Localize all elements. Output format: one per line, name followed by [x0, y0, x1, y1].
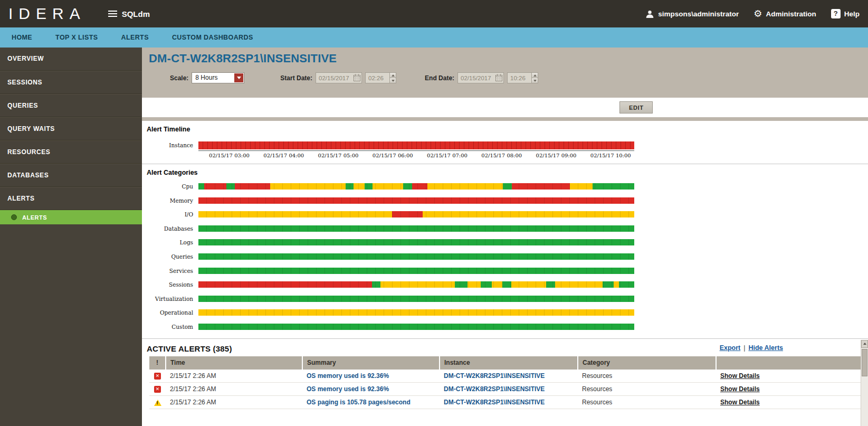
category-bar-databases[interactable] [198, 225, 634, 232]
export-link[interactable]: Export [720, 344, 741, 352]
bar-segment-red [198, 281, 372, 288]
category-row-custom: Custom [142, 320, 868, 334]
edit-button[interactable]: EDIT [619, 101, 653, 113]
scrollbar-up-icon[interactable] [861, 340, 868, 348]
alert-summary[interactable]: OS memory used is 92.36% [302, 383, 440, 396]
category-bar-cpu[interactable] [198, 183, 634, 190]
start-time-input[interactable] [365, 72, 389, 83]
category-bar-sessions[interactable] [198, 281, 634, 288]
show-details-link[interactable]: Show Details [720, 372, 760, 380]
alert-instance[interactable]: DM-CT-W2K8R2SP1\INSENSITIVE [440, 370, 578, 383]
category-row-virtualization: Virtualization [142, 292, 868, 306]
category-bar-virtualization[interactable] [198, 296, 634, 302]
instance-timeline-bar[interactable] [198, 141, 634, 149]
bar-segment-green [502, 281, 511, 288]
alert-summary[interactable]: OS memory used is 92.36% [302, 370, 440, 383]
time-controls: Scale: 8 Hours Start Date: [170, 72, 868, 83]
timeline-axis: 02/15/17 03:0002/15/17 04:0002/15/17 05:… [142, 153, 868, 159]
current-user[interactable]: simpsons\administrator [645, 10, 739, 18]
alert-summary[interactable]: OS paging is 105.78 pages/second [302, 396, 440, 409]
active-alerts-section: ACTIVE ALERTS (385) ExportHide Alerts !T… [142, 339, 868, 426]
hamburger-menu-icon[interactable] [108, 11, 117, 17]
help-icon [831, 9, 841, 18]
bar-segment-yellow [270, 183, 346, 190]
calendar-icon[interactable] [354, 74, 361, 82]
help-link[interactable]: Help [831, 9, 860, 18]
nav-item-custom-dashboards[interactable]: CUSTOM DASHBOARDS [160, 27, 265, 48]
bar-segment-yellow [380, 281, 454, 288]
column-header-instance[interactable]: Instance [440, 356, 578, 370]
bar-segment-green [226, 183, 235, 190]
category-bar-i-o[interactable] [198, 211, 634, 217]
show-details-link[interactable]: Show Details [720, 385, 760, 393]
end-time-input[interactable] [507, 72, 531, 83]
category-label: Logs [142, 239, 193, 245]
alert-bullet-icon [11, 214, 17, 220]
end-time-spinner [531, 72, 538, 83]
sidebar-item-alerts[interactable]: ALERTS [0, 187, 142, 210]
nav-item-home[interactable]: HOME [0, 27, 44, 48]
sidebar-item-queries[interactable]: QUERIES [0, 94, 142, 117]
sidebar-item-databases[interactable]: DATABASES [0, 164, 142, 187]
category-row-i-o: I/O [142, 207, 868, 222]
severity-cell [149, 383, 166, 396]
spinner-down-icon[interactable] [532, 78, 538, 83]
alert-instance[interactable]: DM-CT-W2K8R2SP1\INSENSITIVE [440, 383, 578, 396]
axis-tick-label: 02/15/17 09:00 [536, 153, 577, 158]
sidebar-subitem-alerts[interactable]: ALERTS [0, 210, 142, 224]
timeline-axis-line [198, 150, 634, 151]
column-header-category[interactable]: Category [578, 356, 716, 370]
toolbar-row: EDIT [142, 98, 868, 117]
bar-segment-green [198, 268, 634, 274]
details-cell: Show Details [716, 383, 861, 396]
calendar-icon[interactable] [495, 74, 503, 82]
category-bar-operational[interactable] [198, 309, 634, 316]
sidebar-item-resources[interactable]: RESOURCES [0, 140, 142, 164]
alerts-scrollbar[interactable] [861, 340, 868, 426]
category-row-services: Services [142, 264, 868, 278]
bar-segment-green [198, 253, 634, 260]
bar-segment-yellow [555, 281, 603, 288]
hide-alerts-link[interactable]: Hide Alerts [748, 344, 783, 352]
category-bar-services[interactable] [198, 268, 634, 274]
spinner-down-icon[interactable] [390, 78, 396, 83]
scale-value: 8 Hours [195, 74, 217, 81]
timeline-row: Instance [142, 141, 868, 149]
column-header-summary[interactable]: Summary [302, 356, 440, 370]
select-dropdown-icon[interactable] [234, 73, 243, 82]
column-header-severity[interactable]: ! [149, 356, 166, 370]
spinner-up-icon[interactable] [390, 73, 396, 78]
category-bar-custom[interactable] [198, 324, 634, 330]
alerts-header-row: !TimeSummaryInstanceCategory [149, 356, 861, 370]
timeline-row-label: Instance [142, 142, 193, 148]
bar-segment-yellow [492, 281, 503, 288]
nav-item-alerts[interactable]: ALERTS [109, 27, 160, 48]
nav-item-top-x-lists[interactable]: TOP X LISTS [44, 27, 109, 48]
scale-select[interactable]: 8 Hours [192, 72, 244, 83]
category-bar-memory[interactable] [198, 197, 634, 204]
sidebar-subitem-label: ALERTS [22, 214, 47, 221]
column-header-action[interactable] [716, 356, 861, 370]
bar-segment-yellow [570, 183, 593, 190]
category-bar-queries[interactable] [198, 253, 634, 260]
administration-link[interactable]: ⚙ Administration [753, 9, 816, 18]
bar-segment-yellow [614, 281, 619, 288]
spinner-up-icon[interactable] [532, 73, 538, 78]
show-details-link[interactable]: Show Details [720, 399, 760, 406]
alerts-table: !TimeSummaryInstanceCategory2/15/17 2:26… [149, 356, 861, 410]
sidebar-item-overview[interactable]: OVERVIEW [0, 48, 142, 71]
category-row-operational: Operational [142, 306, 868, 320]
category-bar-logs[interactable] [198, 239, 634, 245]
dashboard-body: Alert Timeline Instance 02/15/17 03:0002… [142, 121, 868, 426]
category-label: Queries [142, 253, 193, 260]
category-row-logs: Logs [142, 235, 868, 250]
scrollbar-thumb[interactable] [862, 349, 867, 376]
sidebar-item-query-waits[interactable]: QUERY WAITS [0, 117, 142, 140]
category-label: Virtualization [142, 296, 193, 302]
main-content: DM-CT-W2K8R2SP1\INSENSITIVE Scale: 8 Hou… [142, 48, 868, 426]
sidebar-item-sessions[interactable]: SESSIONS [0, 71, 142, 94]
bar-segment-green [365, 183, 373, 190]
critical-icon [154, 373, 161, 380]
alert-instance[interactable]: DM-CT-W2K8R2SP1\INSENSITIVE [440, 396, 578, 409]
column-header-time[interactable]: Time [166, 356, 302, 370]
